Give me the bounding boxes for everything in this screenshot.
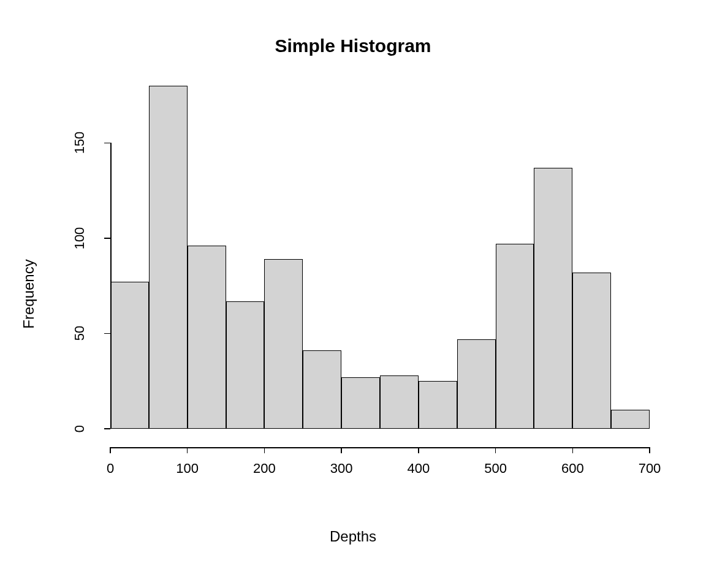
x-tick bbox=[572, 447, 574, 453]
x-tick bbox=[649, 447, 650, 453]
histogram-bar bbox=[226, 301, 265, 429]
y-tick bbox=[104, 428, 110, 429]
x-tick-label: 600 bbox=[561, 461, 584, 477]
histogram-bar bbox=[149, 86, 188, 429]
x-tick bbox=[495, 447, 496, 453]
histogram-chart: Simple Histogram Frequency Depths 050100… bbox=[0, 0, 706, 588]
x-tick bbox=[187, 447, 188, 453]
y-tick bbox=[104, 143, 110, 144]
histogram-bar bbox=[457, 339, 496, 429]
histogram-bar bbox=[188, 246, 226, 429]
chart-title: Simple Histogram bbox=[0, 36, 706, 56]
x-tick bbox=[110, 447, 111, 453]
histogram-bar bbox=[341, 377, 380, 429]
x-tick-label: 100 bbox=[176, 461, 199, 477]
histogram-bar bbox=[496, 244, 534, 429]
x-tick bbox=[341, 447, 342, 453]
y-axis-line bbox=[110, 143, 112, 429]
y-tick bbox=[104, 238, 110, 239]
x-tick-label: 400 bbox=[407, 461, 430, 477]
y-tick-label: 150 bbox=[61, 130, 98, 155]
x-tick-label: 0 bbox=[107, 461, 114, 477]
y-tick-label: 50 bbox=[61, 321, 98, 345]
histogram-bar bbox=[534, 168, 572, 429]
histogram-bar bbox=[264, 259, 303, 429]
y-axis-label-text: Frequency bbox=[20, 259, 37, 328]
histogram-bar bbox=[110, 282, 149, 429]
histogram-bar bbox=[611, 410, 650, 429]
plot-area bbox=[110, 86, 650, 429]
x-tick-label: 500 bbox=[484, 461, 507, 477]
x-tick bbox=[264, 447, 265, 453]
y-tick-label: 0 bbox=[61, 417, 98, 441]
y-axis-label: Frequency bbox=[20, 0, 38, 588]
histogram-bar bbox=[419, 381, 457, 429]
x-tick bbox=[418, 447, 419, 453]
y-tick-label: 100 bbox=[61, 226, 98, 251]
x-axis-line bbox=[110, 447, 650, 448]
y-tick bbox=[104, 333, 110, 334]
histogram-bar bbox=[572, 273, 611, 429]
x-tick-label: 200 bbox=[253, 461, 276, 477]
histogram-bar bbox=[380, 375, 419, 429]
x-axis-label: Depths bbox=[0, 528, 706, 545]
x-tick-label: 300 bbox=[330, 461, 353, 477]
x-tick-label: 700 bbox=[639, 461, 661, 477]
histogram-bar bbox=[303, 350, 341, 429]
